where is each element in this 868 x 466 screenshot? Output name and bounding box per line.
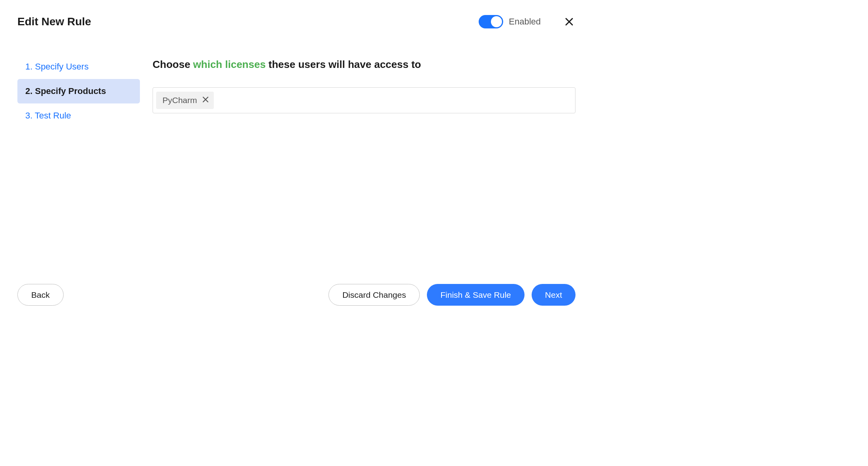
enabled-toggle[interactable] — [479, 15, 503, 28]
finish-save-rule-button[interactable]: Finish & Save Rule — [427, 284, 525, 306]
product-tag-label: PyCharm — [162, 96, 197, 105]
product-select-input[interactable]: PyCharm — [153, 87, 576, 113]
close-button[interactable] — [563, 15, 576, 28]
close-icon — [564, 17, 574, 26]
step-specify-users[interactable]: 1. Specify Users — [17, 54, 140, 79]
enabled-toggle-group: Enabled — [479, 15, 541, 28]
step-specify-products[interactable]: 2. Specify Products — [17, 79, 140, 103]
back-button[interactable]: Back — [17, 284, 64, 306]
product-tag: PyCharm — [156, 92, 214, 109]
enabled-toggle-label: Enabled — [509, 17, 541, 27]
next-button[interactable]: Next — [532, 284, 576, 306]
section-heading: Choose which licenses these users will h… — [153, 58, 576, 71]
wizard-steps: 1. Specify Users 2. Specify Products 3. … — [0, 54, 140, 128]
step-test-rule[interactable]: 3. Test Rule — [17, 103, 140, 128]
discard-changes-button[interactable]: Discard Changes — [328, 284, 420, 306]
product-tag-remove[interactable] — [202, 96, 209, 105]
heading-highlight: which licenses — [193, 58, 266, 70]
heading-suffix: these users will have access to — [266, 58, 421, 70]
page-title: Edit New Rule — [17, 15, 91, 28]
close-icon — [202, 96, 209, 105]
heading-prefix: Choose — [153, 58, 193, 70]
